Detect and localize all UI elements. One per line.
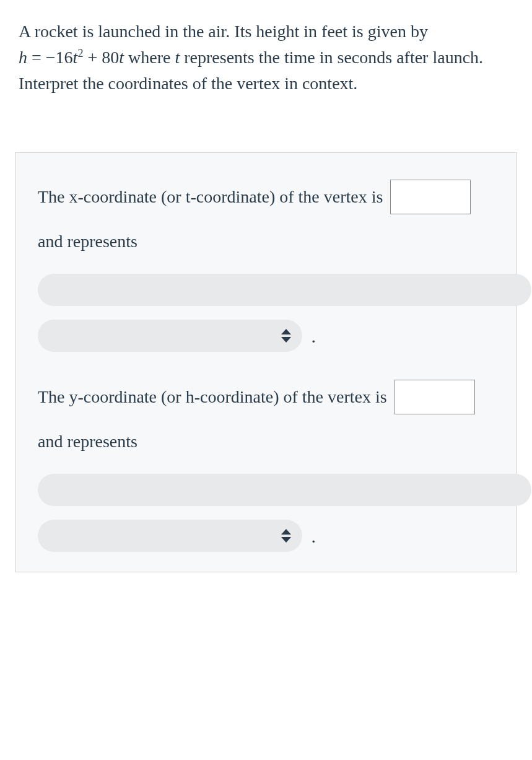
x-desc-dropdown-1[interactable] bbox=[38, 274, 531, 306]
equation: h = −16t2 + 80t bbox=[19, 48, 124, 67]
eq-plus: + 80 bbox=[83, 48, 119, 67]
y-desc-dropdown-1[interactable] bbox=[38, 474, 531, 506]
eq-part: = −16 bbox=[27, 48, 73, 67]
y-desc-dropdown-2[interactable] bbox=[38, 520, 302, 552]
x-value-input[interactable] bbox=[390, 180, 471, 214]
x-label-post: and represents bbox=[38, 222, 137, 261]
var-h: h bbox=[19, 48, 27, 67]
answer-card: The x-coordinate (or t-coordinate) of th… bbox=[15, 152, 517, 572]
y-dropdown-row-2: . bbox=[38, 520, 494, 552]
question-pre: A rocket is launched in the air. Its hei… bbox=[19, 22, 428, 41]
y-label-pre: The y-coordinate (or h-coordinate) of th… bbox=[38, 378, 387, 416]
x-dropdown-row-1 bbox=[38, 274, 494, 306]
x-dropdown-row-2: . bbox=[38, 320, 494, 352]
question-text: A rocket is launched in the air. Its hei… bbox=[19, 19, 513, 97]
chevron-updown-icon bbox=[281, 329, 291, 343]
x-coordinate-line: The x-coordinate (or t-coordinate) of th… bbox=[38, 178, 494, 260]
period-2: . bbox=[311, 522, 316, 550]
y-coordinate-line: The y-coordinate (or h-coordinate) of th… bbox=[38, 378, 494, 460]
var-t2: t bbox=[119, 48, 124, 67]
y-label-post: and represents bbox=[38, 422, 137, 461]
period-1: . bbox=[311, 322, 316, 350]
x-desc-dropdown-2[interactable] bbox=[38, 320, 302, 352]
chevron-updown-icon bbox=[281, 529, 291, 543]
y-value-input[interactable] bbox=[395, 380, 475, 414]
x-label-pre: The x-coordinate (or t-coordinate) of th… bbox=[38, 178, 383, 216]
question-post1: where bbox=[124, 48, 175, 67]
y-dropdown-row-1 bbox=[38, 474, 494, 506]
